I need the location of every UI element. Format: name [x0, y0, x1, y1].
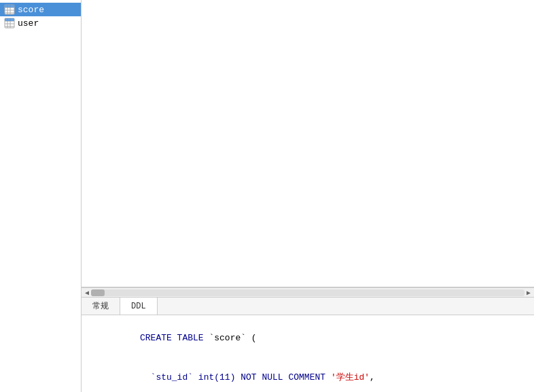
scrollbar-track[interactable] — [91, 289, 524, 296]
sidebar-item-user[interactable]: user — [0, 16, 81, 30]
table-icon-score — [4, 4, 15, 15]
svg-rect-13 — [5, 18, 14, 21]
tab-regular[interactable]: 常规 — [82, 298, 120, 315]
sidebar-item-user-label: user — [18, 18, 39, 29]
tab-ddl-label: DDL — [131, 302, 146, 311]
tab-regular-label: 常规 — [92, 300, 109, 312]
tab-ddl[interactable]: DDL — [120, 298, 158, 315]
content-area: ◀ ▶ 常规 DDL CREATE TABLE `score` ( — [82, 0, 534, 392]
scroll-right-arrow[interactable]: ▶ — [524, 289, 533, 297]
code-panel: CREATE TABLE `score` ( `stu_id` int(11) … — [82, 315, 534, 392]
ddl-stuid-field: `stu_id` int(11) NOT NULL COMMENT — [140, 372, 331, 382]
sidebar-item-score[interactable]: score — [0, 3, 81, 16]
sidebar-item-score-label: score — [18, 5, 44, 15]
ddl-keyword-create: CREATE TABLE — [140, 333, 209, 343]
tab-bar: 常规 DDL — [82, 298, 534, 315]
svg-rect-6 — [5, 5, 14, 7]
main-container: score user ◀ ▶ — [0, 0, 534, 392]
bottom-panel: 常规 DDL CREATE TABLE `score` ( `stu_id` i… — [82, 297, 534, 392]
ddl-table-name: `score` — [209, 333, 246, 343]
scroll-left-arrow[interactable]: ◀ — [83, 289, 91, 297]
ddl-line-2: `stu_id` int(11) NOT NULL COMMENT '学生id'… — [87, 358, 529, 393]
ddl-stuid-comma: , — [370, 372, 375, 382]
horizontal-scrollbar[interactable]: ◀ ▶ — [82, 287, 534, 297]
ddl-line-1: CREATE TABLE `score` ( — [87, 318, 529, 358]
ddl-paren-open: ( — [246, 333, 257, 343]
scrollbar-thumb[interactable] — [91, 289, 105, 296]
table-icon-user — [4, 18, 15, 29]
ddl-stuid-comment: '学生id' — [331, 372, 370, 382]
data-view — [82, 0, 534, 287]
sidebar: score user — [0, 0, 82, 392]
